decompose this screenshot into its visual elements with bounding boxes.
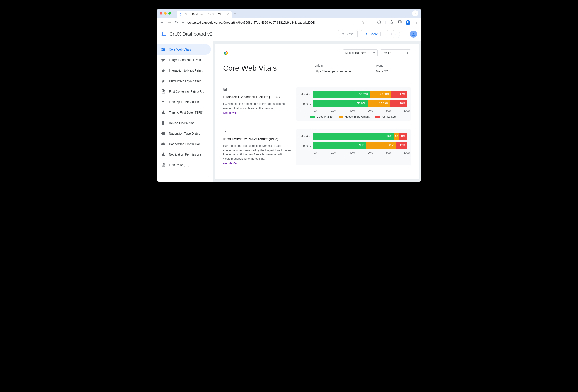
sidebar-item-first-input-delay-fid[interactable]: First Input Delay (FID) (157, 97, 211, 107)
sidebar-item-label: Core Web Vitals (169, 48, 191, 51)
browser-menu-icon[interactable]: ⋮ (414, 20, 419, 25)
share-button[interactable]: Share (361, 30, 388, 38)
metric-lcp-desc: LCP reports the render time of the large… (223, 102, 291, 110)
inp-desktop-bar[interactable]: 86% 6% 8% (313, 133, 407, 140)
sidebar-collapse-button[interactable]: ‹ (157, 172, 213, 182)
reset-label: Reset (346, 32, 354, 36)
filters: Month: Mar 2024 (1) ▼ Device ▼ (343, 49, 411, 56)
lcp-desktop-ni: 22.38% (370, 91, 391, 98)
lcp-desktop-row: desktop 60.62% 22.38% 17% (300, 91, 407, 98)
reload-button[interactable]: ⟳ (175, 20, 178, 25)
inp-phone-row: phone 56% 32% 12% (300, 142, 407, 149)
report-canvas-wrap[interactable]: Month: Mar 2024 (1) ▼ Device ▼ Core Web … (213, 41, 421, 182)
undo-icon (341, 32, 344, 36)
metric-lcp-title: Largest Contentful Paint (LCP) (223, 95, 291, 99)
sidebar-item-connection-distribution[interactable]: Connection Distribution (157, 139, 211, 149)
inp-desktop-label: desktop (300, 135, 313, 138)
svg-rect-5 (398, 21, 401, 23)
device-filter-label: Device (383, 51, 391, 54)
month-filter[interactable]: Month: Mar 2024 (1) ▼ (343, 49, 378, 56)
sidebar-item-cumulative-layout-shift[interactable]: Cumulative Layout Shift… (157, 76, 211, 86)
new-tab-button[interactable]: + (234, 11, 236, 16)
extensions-puzzle-icon[interactable] (377, 20, 382, 25)
person-icon (411, 32, 416, 36)
lookerstudio-logo-icon (161, 32, 166, 37)
sidebar-item-notification-permissions[interactable]: Notification Permissions (157, 149, 211, 160)
tabs-overflow-button[interactable] (412, 10, 418, 16)
sidebar-item-label: Navigation Type Distrib… (169, 132, 203, 135)
sidebar-item-label: First Paint (FP) (169, 163, 190, 167)
labs-flask-icon[interactable] (389, 20, 394, 25)
lcp-phone-ni: 23.33% (368, 100, 390, 107)
sidebar-item-navigation-type-distrib[interactable]: Navigation Type Distrib… (157, 128, 211, 139)
share-dropdown-icon[interactable] (381, 32, 385, 36)
lcp-phone-row: phone 58.85% 23.33% 18% (300, 100, 407, 107)
sidebar-item-first-contentful-paint-f[interactable]: First Contentful Paint (F… (157, 86, 211, 97)
sidebar-item-label: Cumulative Layout Shift… (169, 79, 204, 83)
back-button[interactable]: ← (159, 20, 164, 25)
address-field[interactable]: lookerstudio.google.com/u/0/reporting/bb… (181, 21, 357, 24)
chevron-down-icon: ▼ (406, 52, 408, 54)
lcp-phone-poor: 18% (390, 100, 407, 107)
side-panel-icon[interactable] (397, 20, 403, 25)
sidebar-item-largest-contentful-pain[interactable]: Largest Contentful Pain… (157, 55, 211, 65)
origin-meta: Origin https://developer.chrome.com (310, 64, 372, 73)
traffic-lights (160, 12, 171, 15)
lcp-desktop-label: desktop (300, 93, 313, 96)
lcp-desktop-bar[interactable]: 60.62% 22.38% 17% (313, 91, 407, 98)
sidebar-item-label: Notification Permissions (169, 153, 201, 156)
profile-avatar[interactable]: B (406, 20, 410, 25)
device-filter[interactable]: Device ▼ (380, 49, 411, 56)
sidebar-item-interaction-to-next-pain[interactable]: Interaction to Next Pain… (157, 65, 211, 76)
url-text: lookerstudio.google.com/u/0/reporting/bb… (187, 21, 315, 24)
sidebar-item-core-web-vitals[interactable]: Core Web Vitals (157, 44, 211, 55)
sidebar-item-time-to-first-byte-ttfb[interactable]: Time to First Byte (TTFB) (157, 107, 211, 118)
inp-phone-poor: 12% (396, 142, 407, 149)
inp-desktop-poor: 8% (399, 133, 407, 140)
browser-tab[interactable]: CrUX Dashboard v2 › Core W… ✕ (177, 10, 232, 18)
month-filter-value: Mar 2024 (355, 51, 367, 54)
close-window-icon[interactable] (160, 12, 162, 15)
sidebar: Core Web VitalsLargest Contentful Pain…I… (157, 41, 213, 182)
minimize-window-icon[interactable] (164, 12, 167, 15)
reset-button[interactable]: Reset (338, 30, 358, 38)
inp-chart: desktop 86% 6% 8% phone 56% 32% (296, 129, 411, 165)
inp-axis: 0% 20% 40% 60% 80% 100% (315, 151, 407, 155)
page-title: Core Web Vitals (223, 64, 310, 72)
lcp-phone-bar[interactable]: 58.85% 23.33% 18% (313, 100, 407, 107)
metric-lcp-info: Largest Contentful Paint (LCP) LCP repor… (223, 87, 291, 121)
close-tab-icon[interactable]: ✕ (226, 12, 229, 16)
metric-inp-link[interactable]: web.dev/inp (223, 162, 238, 165)
divider (405, 30, 405, 38)
svg-rect-11 (162, 35, 165, 36)
chevron-left-icon: ‹ (207, 175, 209, 179)
lcp-desktop-good: 60.62% (313, 91, 370, 98)
maximize-window-icon[interactable] (168, 12, 171, 15)
inp-phone-good: 56% (313, 142, 366, 149)
month-label: Month (376, 64, 411, 67)
metric-lcp: Largest Contentful Paint (LCP) LCP repor… (223, 87, 411, 121)
metric-lcp-link[interactable]: web.dev/lcp (223, 111, 238, 114)
month-meta: Month Mar 2024 (372, 64, 411, 73)
svg-rect-3 (180, 13, 181, 15)
legend-good: Good (< 2.5s) (310, 115, 334, 118)
report-canvas: Month: Mar 2024 (1) ▼ Device ▼ Core Web … (215, 44, 419, 179)
forward-button[interactable]: → (167, 20, 172, 25)
svg-point-16 (225, 52, 226, 53)
user-avatar[interactable] (410, 31, 417, 38)
sidebar-item-label: Device Distribution (169, 121, 194, 125)
sidebar-item-device-distribution[interactable]: Device Distribution (157, 118, 211, 128)
bookmark-icon[interactable]: ☆ (360, 20, 365, 25)
cursor-click-icon (223, 129, 291, 134)
month-value: Mar 2024 (376, 70, 411, 73)
sidebar-item-label: Interaction to Next Pain… (169, 69, 204, 72)
inp-desktop-row: desktop 86% 6% 8% (300, 133, 407, 140)
sidebar-item-first-paint-fp[interactable]: First Paint (FP) (157, 160, 211, 170)
more-options-button[interactable]: ⋮ (391, 30, 400, 39)
site-settings-icon[interactable] (181, 21, 185, 24)
lcp-legend: Good (< 2.5s) Needs Improvement Poor (≥ … (300, 115, 407, 118)
origin-label: Origin (315, 64, 372, 67)
inp-phone-bar[interactable]: 56% 32% 12% (313, 142, 407, 149)
inp-desktop-good: 86% (313, 133, 394, 140)
svg-rect-10 (162, 33, 163, 35)
